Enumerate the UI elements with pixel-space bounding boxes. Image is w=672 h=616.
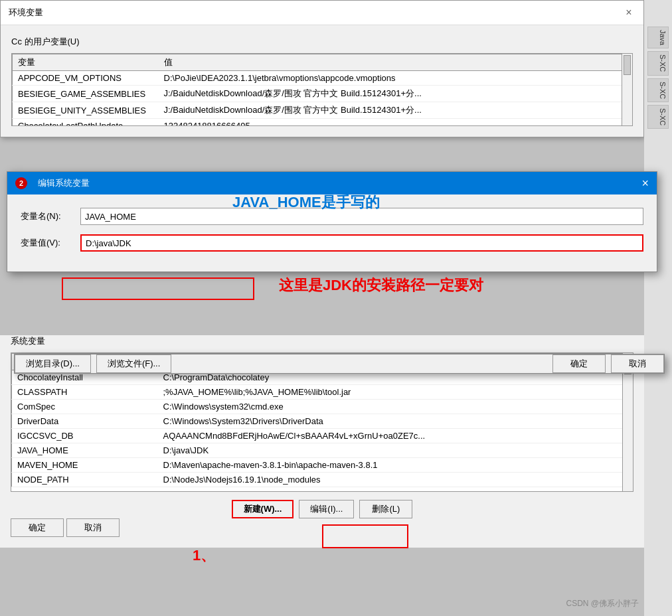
user-var-cell: APPCODE_VM_OPTIONS [13, 71, 159, 86]
sys-var-cell: DriverData [12, 414, 158, 429]
edit-cancel-button[interactable]: 取消 [611, 354, 664, 373]
user-var-cell: ChocolateyLastPathUpdate [13, 119, 159, 127]
user-scrollbar-thumb[interactable] [624, 55, 631, 75]
env-ok-button[interactable]: 确定 [11, 518, 64, 537]
sys-section-title: 系统变量 [11, 335, 633, 347]
user-val-cell: J:/BaiduNetdiskDownload/森罗/围攻 官方中文 Build… [159, 102, 632, 119]
env-dialog: 环境变量 × Cc 的用户变量(U) 变量 值 APPCODE_VM_OPTIO… [0, 0, 644, 137]
edit-dialog-title-left: 2 编辑系统变量 [15, 177, 90, 189]
sys-var-cell: NODE_PATH [12, 473, 158, 487]
env-dialog-titlebar: 环境变量 × [1, 1, 643, 25]
sys-table-row[interactable]: NODE_PATHD:\NodeJs\Nodejs16.19.1\node_mo… [12, 473, 633, 487]
right-panel: Java S-XC S-XC S-XC [644, 0, 672, 616]
edit-dialog-badge: 2 [15, 177, 27, 189]
right-tab-sxc1[interactable]: S-XC [647, 51, 669, 75]
sys-table-row[interactable]: JAVA_HOMED:\java\JDK [12, 443, 633, 458]
var-val-label: 变量值(V): [21, 237, 80, 249]
user-val-cell: J:/BaiduNetdiskDownload/森罗/围攻 官方中文 Build… [159, 86, 632, 102]
jdk-path-annotation: 这里是JDK的安装路径一定要对 [279, 275, 483, 295]
var-val-highlight-box [62, 277, 254, 300]
sys-val-cell: C:\Windows\System32\Drivers\DriverData [158, 414, 633, 429]
edit-dialog-titlebar: 2 编辑系统变量 × [7, 172, 657, 194]
user-var-table-container: 变量 值 APPCODE_VM_OPTIONSD:\PoJie\IDEA2023… [11, 53, 633, 126]
user-var-cell: BESIEGE_UNITY_ASSEMBLIES [13, 102, 159, 119]
user-table-scrollbar[interactable] [622, 54, 632, 125]
edit-dialog-close[interactable]: × [641, 177, 649, 189]
edit-sys-var-button[interactable]: 编辑(I)... [299, 500, 354, 518]
var-val-row: 变量值(V): [21, 234, 643, 252]
sys-table-row[interactable]: MAVEN_HOMED:\Maven\apache-maven-3.8.1-bi… [12, 458, 633, 473]
java-home-annotation: JAVA_HOME是手写的 [232, 193, 380, 212]
browse-file-button[interactable]: 浏览文件(F)... [96, 354, 171, 373]
env-dialog-content: Cc 的用户变量(U) 变量 值 APPCODE_VM_OPTIONSD:\Po… [1, 25, 643, 137]
sys-var-cell: CLASSPATH [12, 385, 158, 400]
user-var-cell: BESIEGE_GAME_ASSEMBLIES [13, 86, 159, 102]
sys-table-scrollbar[interactable] [622, 353, 633, 491]
delete-sys-var-button[interactable]: 删除(L) [359, 500, 412, 518]
user-table-row[interactable]: BESIEGE_GAME_ASSEMBLIESJ:/BaiduNetdiskDo… [13, 86, 632, 102]
sys-table-row[interactable]: DriverDataC:\Windows\System32\Drivers\Dr… [12, 414, 633, 429]
env-dialog-close[interactable]: × [622, 6, 635, 19]
user-val-cell: D:\PoJie\IDEA2023.1.1\jetbra\vmoptions\a… [159, 71, 632, 86]
sys-table-row[interactable]: ComSpecC:\Windows\system32\cmd.exe [12, 400, 633, 414]
sys-val-cell: D:\Maven\apache-maven-3.8.1-bin\apache-m… [158, 458, 633, 473]
env-cancel-button[interactable]: 取消 [66, 518, 120, 537]
edit-dialog-title: 编辑系统变量 [38, 177, 90, 189]
user-var-table: 变量 值 APPCODE_VM_OPTIONSD:\PoJie\IDEA2023… [12, 54, 632, 126]
user-table-row[interactable]: ChocolateyLastPathUpdate1334824188166664… [13, 119, 632, 127]
sys-var-cell: ComSpec [12, 400, 158, 414]
var-val-input[interactable] [80, 234, 643, 252]
browse-dir-button[interactable]: 浏览目录(D)... [15, 354, 91, 373]
user-table-row[interactable]: BESIEGE_UNITY_ASSEMBLIESJ:/BaiduNetdiskD… [13, 102, 632, 119]
env-dialog-ok-cancel: 确定 取消 [11, 518, 633, 537]
sys-buttons: 新建(W)... 编辑(I)... 删除(L) [11, 500, 633, 518]
sys-val-cell: C:\Windows\system32\cmd.exe [158, 400, 633, 414]
right-tab-sxc3[interactable]: S-XC [647, 105, 669, 129]
edit-dialog-right-buttons: 确定 取消 [552, 354, 664, 373]
sys-var-cell: MAVEN_HOME [12, 458, 158, 473]
sys-val-cell: D:\java\JDK [158, 443, 633, 458]
var-name-label: 变量名(N): [21, 210, 80, 222]
env-dialog-title: 环境变量 [9, 7, 43, 19]
sys-val-cell: ;%JAVA_HOME%\lib;%JAVA_HOME%\lib\tool.ja… [158, 385, 633, 400]
user-section-title: Cc 的用户变量(U) [11, 36, 633, 48]
new-sys-var-button[interactable]: 新建(W)... [232, 500, 294, 518]
watermark: CSDN @佛系小胖子 [566, 598, 639, 609]
sys-table-row[interactable]: CLASSPATH;%JAVA_HOME%\lib;%JAVA_HOME%\li… [12, 385, 633, 400]
user-val-cell: 133482418816666495 [159, 119, 632, 127]
user-table-row[interactable]: APPCODE_VM_OPTIONSD:\PoJie\IDEA2023.1.1\… [13, 71, 632, 86]
edit-ok-button[interactable]: 确定 [552, 354, 606, 373]
sys-var-cell: IGCCSVC_DB [12, 429, 158, 443]
right-tab-sxc2[interactable]: S-XC [647, 78, 669, 102]
annotation-num1: 1、 [193, 546, 215, 566]
sys-table-row[interactable]: IGCCSVC_DBAQAAANCMnd8BFdERjHoAwE/Cl+sBAA… [12, 429, 633, 443]
edit-dialog-left-buttons: 浏览目录(D)... 浏览文件(F)... [15, 354, 547, 373]
sys-val-cell: AQAAANCMnd8BFdERjHoAwE/Cl+sBAAAR4vL+xGrn… [158, 429, 633, 443]
user-col-var: 变量 [13, 54, 159, 71]
edit-dialog-buttons: 浏览目录(D)... 浏览文件(F)... 确定 取消 [14, 354, 665, 374]
sys-val-cell: D:\NodeJs\Nodejs16.19.1\node_modules [158, 473, 633, 487]
edit-dialog: 2 编辑系统变量 × 变量名(N): 变量值(V): 浏览目录(D)... 浏览… [7, 171, 657, 272]
user-col-val: 值 [159, 54, 632, 71]
sys-var-cell: JAVA_HOME [12, 443, 158, 458]
right-tab-java[interactable]: Java [647, 27, 669, 48]
